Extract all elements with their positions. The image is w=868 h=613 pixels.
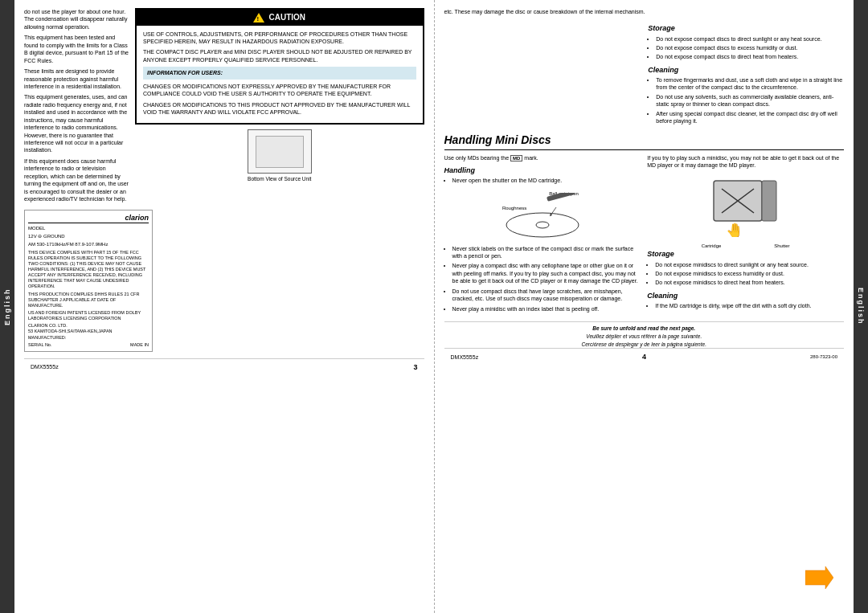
caution-header: CAUTION [137,10,423,26]
storage-item-1: Do not expose compact discs to direct su… [656,35,844,43]
svg-marker-9 [805,566,833,589]
disc-bullet-2: Never play a compact disc with any cello… [452,262,641,284]
disc-bullet-1: Never stick labels on the surface of the… [452,245,641,260]
md-mark: MD [510,155,522,161]
md-storage-title: Storage [647,249,844,259]
md-cartridge-svg: 🤚 [694,173,798,237]
cleaning-item-3: After using special compact disc cleaner… [656,110,844,125]
handling-section-title: Handling [444,166,641,175]
disc-bullet-3: Do not use compact discs that have large… [452,288,641,303]
cleaning-item-2: Do not use any solvents, such as commerc… [656,93,844,108]
top-right-text: etc. These may damage the disc or cause … [444,8,845,15]
md-storage-1: Do not expose minidiscs to direct sunlig… [655,261,844,268]
page3-number: 3 [413,362,417,372]
frequency-info: AM 530-1710kHz/FM 87.9-107.9MHz [28,242,149,248]
caution-title: CAUTION [268,12,305,23]
storage-item-2: Do not expose compact discs to excess hu… [656,44,844,51]
source-unit-box [248,129,312,174]
caution-triangle-icon [253,13,264,22]
handling-item-1: Never open the shutter on the MD cartrid… [452,177,641,184]
storage-list: Do not expose compact discs to direct su… [656,35,844,61]
model-label: MODEL [28,226,45,232]
page-container: English do not use the player for about … [0,0,868,613]
page-4: etc. These may damage the disc or cause … [435,0,854,613]
device-label-box: clarion MODEL 12V ⊖ GROUND AM 530-1710kH… [24,210,153,352]
info-users-box: INFORMATION FOR USERS: [143,67,416,79]
right-english-tab: English [854,0,868,613]
serial-label: SERIAL No. [28,342,51,348]
cleaning-title: Cleaning [648,65,844,75]
page3-footer: DMX5555z 3 [24,358,424,375]
model-row: MODEL [28,226,149,232]
md-storage-list: Do not expose minidiscs to direct sunlig… [655,261,844,287]
svg-point-1 [536,222,549,228]
disc-handling-list: Never stick labels on the surface of the… [452,245,641,303]
storage-item-3: Do not expose compact discs to direct he… [656,53,844,60]
page3-model-code: DMX5555z [31,363,59,370]
page-3: do not use the player for about one hour… [14,0,435,613]
page4-left-col: Use only MDs bearing the MD mark. Handli… [444,154,641,316]
svg-point-0 [506,213,579,237]
svg-rect-2 [547,193,575,202]
main-content: do not use the player for about one hour… [14,0,854,613]
caution-box: CAUTION USE OF CONTROLS, ADJUSTMENTS, OR… [135,8,424,125]
caution-line-3: CHANGES OR MODIFICATIONS NOT EXPRESSLY A… [143,83,416,98]
clarion-logo: clarion [28,214,149,224]
svg-text:🤚: 🤚 [726,222,744,237]
handling-mini-discs-title: Handling Mini Discs [444,133,845,150]
fcc-compliance-text: THIS DEVICE COMPLIES WITH PART 15 OF THE… [28,250,149,290]
left-english-tab: English [0,0,14,613]
md-cleaning-title: Cleaning [647,291,844,300]
para-radio: This equipment generates, uses, and can … [24,93,129,154]
company-info: CLARION CO. LTD. [28,323,149,329]
dolby-text: US AND FOREIGN PATENTS LICENSED FROM DOL… [28,310,149,321]
pages-row: do not use the player for about one hour… [14,0,854,613]
footer-note-3: Cerciórese de desplegar y de leer la pa… [444,341,845,349]
md-mark-text: Use only MDs bearing the MD mark. [444,154,641,161]
address-info: 53 KAMITODA-SHI,SAITAMA-KEN,JAPAN [28,329,149,334]
para-interference: If this equipment does cause harmful int… [24,157,129,203]
manufactured-info: MANUFACTURED: [28,335,149,341]
md-storage-3: Do not expose minidiscs to direct heat f… [655,279,844,286]
para-limits: These limits are designed to provide rea… [24,67,129,90]
bottom-view-area: Bottom View of Source Unit [135,129,424,183]
md-cleaning-list: If the MD cartridge is dirty, wipe off t… [655,302,844,309]
disc-diagram-area: Ball-point pen Roughness [444,189,641,241]
shutter-label: Shutter [774,243,789,249]
md-storage-2: Do not expose minidiscs to excess humidi… [655,270,844,277]
bottom-view-label: Bottom View of Source Unit [135,176,424,183]
md-bullet-1: Never play a minidisc with an index labe… [452,305,641,313]
cartridge-label: Cartridge [702,243,722,249]
page4-footer: DMX5555z 4 280-7323-00 [444,348,845,365]
info-label: INFORMATION FOR USERS: [147,70,223,76]
cleaning-list: To remove fingermarks and dust, use a so… [656,76,844,125]
md-cleaning-1: If the MD cartridge is dirty, wipe off t… [655,302,844,309]
md-diagram-area: 🤚 Cartridge [647,173,844,245]
page4-model-code: DMX5555z [451,353,479,361]
handling-list: Never open the shutter on the MD cartrid… [452,177,641,184]
page4-number: 4 [642,352,646,362]
page3-left-text: do not use the player for about one hour… [24,8,129,358]
md-right-intro: If you try to play such a minidisc, you … [647,154,844,170]
caution-line-2: THE COMPACT DISC PLAYER and MINI DISC PL… [143,48,416,63]
page3-right-col: CAUTION USE OF CONTROLS, ADJUSTMENTS, OR… [135,8,424,358]
page4-right-col: If you try to play such a minidisc, you … [647,154,844,316]
para-condensation: do not use the player for about one hour… [24,8,129,31]
caution-info-text: CHANGES OR MODIFICATIONS TO THIS PRODUCT… [143,101,416,116]
source-unit-inner [256,136,304,168]
svg-line-3 [551,207,556,215]
md-bullet-list: Never play a minidisc with an index labe… [452,305,641,313]
para-fcc-tested: This equipment has been tested and found… [24,34,129,64]
svg-rect-6 [762,181,776,221]
storage-title: Storage [648,23,844,33]
part-number: 280-7323-00 [810,353,837,360]
caution-line-1: USE OF CONTROLS, ADJUSTMENTS, OR PERFORM… [143,31,416,46]
power-info: 12V ⊖ GROUND [28,234,149,240]
cleaning-item-1: To remove fingermarks and dust, use a so… [656,76,844,92]
next-page-arrow [805,566,833,589]
footer-note-2: Veuillez déplier et vous référer à la pa… [444,333,845,341]
disc-svg [498,193,587,241]
right-storage-area: Storage Do not expose compact discs to d… [648,19,844,127]
left-storage-area [444,19,641,127]
footer-note-1: Be sure to unfold and read the next page… [444,325,845,333]
